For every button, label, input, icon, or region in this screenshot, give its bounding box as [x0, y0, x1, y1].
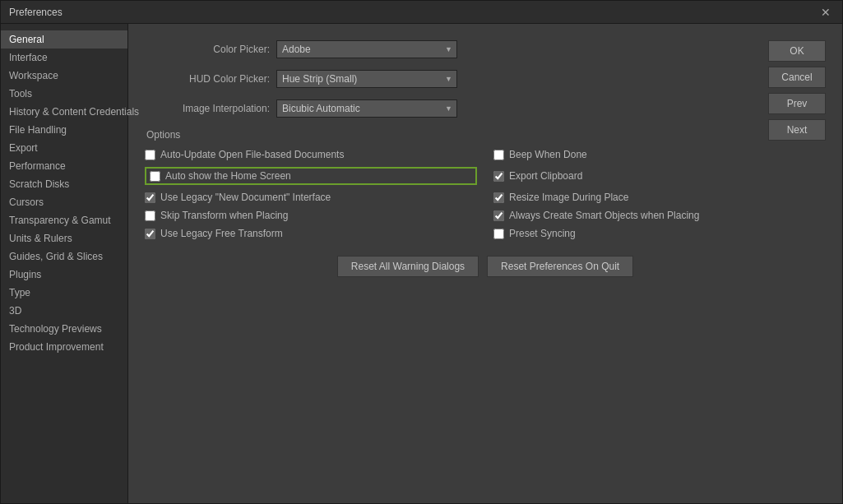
side-buttons: OK Cancel Prev Next [768, 40, 826, 141]
skip-transform-label: Skip Transform when Placing [160, 210, 288, 221]
sidebar-item-product-improvement[interactable]: Product Improvement [1, 338, 127, 356]
color-picker-label: Color Picker: [145, 44, 276, 55]
reset-preferences-button[interactable]: Reset Preferences On Quit [487, 256, 633, 277]
image-interpolation-select[interactable]: Bicubic Automatic Nearest Neighbor Bilin… [276, 99, 457, 118]
sidebar-item-scratch-disks[interactable]: Scratch Disks [1, 175, 127, 193]
checkbox-preset-syncing: Preset Syncing [493, 228, 826, 239]
preset-syncing-checkbox[interactable] [493, 229, 504, 239]
sidebar-item-export[interactable]: Export [1, 139, 127, 157]
auto-home-screen-checkbox[interactable] [150, 171, 160, 182]
hud-color-picker-row: HUD Color Picker: Hue Strip (Small) Hue … [145, 70, 826, 88]
checkbox-auto-update: Auto-Update Open File-based Documents [145, 149, 477, 160]
sidebar-item-performance[interactable]: Performance [1, 157, 127, 175]
options-section: Options Auto-Update Open File-based Docu… [145, 129, 826, 239]
use-legacy-free-transform-checkbox[interactable] [145, 229, 155, 239]
hud-color-picker-select-wrapper: Hue Strip (Small) Hue Wheel (Small) Hue … [276, 70, 457, 88]
cancel-button[interactable]: Cancel [768, 67, 826, 88]
sidebar: GeneralInterfaceWorkspaceToolsHistory & … [1, 24, 128, 503]
checkbox-export-clipboard: Export Clipboard [493, 167, 826, 185]
sidebar-item-file-handling[interactable]: File Handling [1, 121, 127, 139]
prev-button[interactable]: Prev [768, 93, 826, 114]
preset-syncing-label: Preset Syncing [509, 228, 576, 239]
window-title: Preferences [9, 7, 63, 18]
color-picker-select[interactable]: Adobe Windows [276, 40, 457, 58]
sidebar-item-general[interactable]: General [1, 30, 127, 49]
use-legacy-new-doc-label: Use Legacy "New Document" Interface [160, 192, 331, 203]
checkbox-beep-when-done: Beep When Done [493, 149, 826, 160]
checkbox-use-legacy-free-transform: Use Legacy Free Transform [145, 228, 477, 239]
options-title: Options [146, 129, 826, 141]
export-clipboard-checkbox[interactable] [493, 171, 504, 182]
resize-image-label: Resize Image During Place [509, 192, 628, 203]
ok-button[interactable]: OK [768, 40, 826, 62]
resize-image-checkbox[interactable] [493, 192, 504, 203]
sidebar-item-guides-grid--slices[interactable]: Guides, Grid & Slices [1, 247, 127, 266]
checkbox-resize-image: Resize Image During Place [493, 192, 826, 203]
sidebar-item-cursors[interactable]: Cursors [1, 193, 127, 211]
use-legacy-free-transform-label: Use Legacy Free Transform [160, 228, 283, 239]
preferences-window: Preferences ✕ GeneralInterfaceWorkspaceT… [0, 0, 843, 504]
auto-update-checkbox[interactable] [145, 150, 155, 160]
checkbox-skip-transform: Skip Transform when Placing [145, 210, 477, 221]
color-picker-row: Color Picker: Adobe Windows [145, 40, 826, 58]
next-button[interactable]: Next [768, 119, 826, 141]
color-picker-select-wrapper: Adobe Windows [276, 40, 457, 58]
hud-color-picker-label: HUD Color Picker: [145, 73, 276, 85]
image-interpolation-select-wrapper: Bicubic Automatic Nearest Neighbor Bilin… [276, 99, 457, 118]
sidebar-item-plugins[interactable]: Plugins [1, 266, 127, 284]
buttons-row: Reset All Warning Dialogs Reset Preferen… [145, 256, 826, 277]
always-smart-objects-checkbox[interactable] [493, 210, 504, 221]
sidebar-item-transparency--gamut[interactable]: Transparency & Gamut [1, 211, 127, 229]
reset-warnings-button[interactable]: Reset All Warning Dialogs [337, 256, 479, 277]
sidebar-item-technology-previews[interactable]: Technology Previews [1, 320, 127, 338]
sidebar-item-units--rulers[interactable]: Units & Rulers [1, 229, 127, 247]
sidebar-item-tools[interactable]: Tools [1, 85, 127, 103]
skip-transform-checkbox[interactable] [145, 210, 155, 221]
beep-when-done-label: Beep When Done [509, 149, 587, 160]
checkbox-always-smart-objects: Always Create Smart Objects when Placing [493, 210, 826, 221]
export-clipboard-label: Export Clipboard [509, 170, 582, 182]
image-interpolation-label: Image Interpolation: [145, 103, 276, 114]
beep-when-done-checkbox[interactable] [493, 150, 504, 160]
sidebar-item-interface[interactable]: Interface [1, 49, 127, 67]
main-panel: OK Cancel Prev Next Color Picker: Adobe … [128, 24, 842, 503]
auto-update-label: Auto-Update Open File-based Documents [160, 149, 344, 160]
sidebar-item-workspace[interactable]: Workspace [1, 67, 127, 85]
checkbox-use-legacy-new-doc: Use Legacy "New Document" Interface [145, 192, 477, 203]
title-bar: Preferences ✕ [1, 1, 842, 24]
auto-home-screen-label: Auto show the Home Screen [165, 170, 291, 182]
image-interpolation-row: Image Interpolation: Bicubic Automatic N… [145, 99, 826, 118]
content-area: GeneralInterfaceWorkspaceToolsHistory & … [1, 24, 842, 503]
close-button[interactable]: ✕ [818, 5, 834, 20]
sidebar-item-3d[interactable]: 3D [1, 302, 127, 320]
options-grid: Auto-Update Open File-based Documents Be… [145, 149, 826, 239]
sidebar-item-type[interactable]: Type [1, 284, 127, 302]
hud-color-picker-select[interactable]: Hue Strip (Small) Hue Wheel (Small) Hue … [276, 70, 457, 88]
sidebar-item-history--content-credentials[interactable]: History & Content Credentials [1, 103, 127, 121]
always-smart-objects-label: Always Create Smart Objects when Placing [509, 210, 699, 221]
checkbox-auto-home-screen: Auto show the Home Screen [145, 167, 477, 185]
use-legacy-new-doc-checkbox[interactable] [145, 192, 155, 203]
